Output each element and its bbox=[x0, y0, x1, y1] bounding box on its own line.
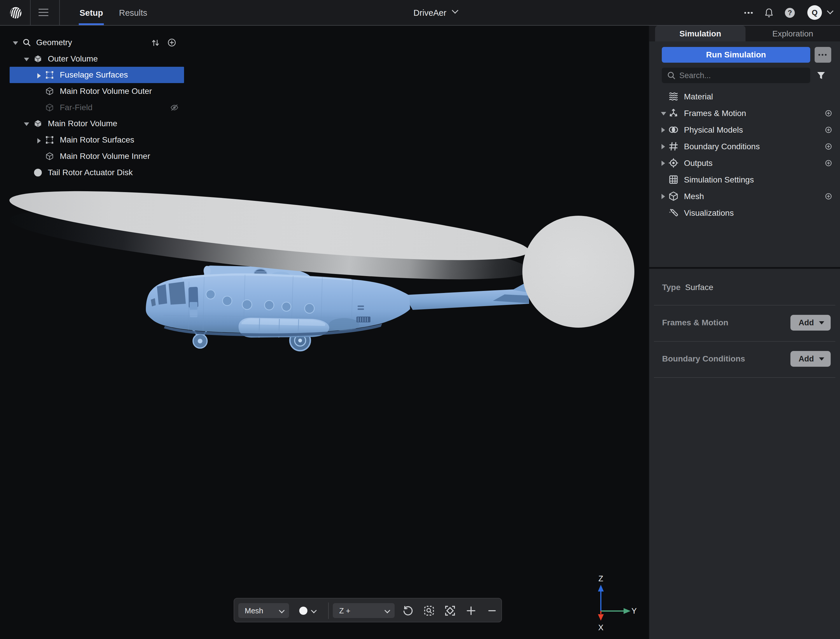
svg-text:X: X bbox=[598, 623, 604, 632]
svg-text:Z: Z bbox=[598, 574, 604, 583]
svg-text:Y: Y bbox=[631, 607, 637, 615]
